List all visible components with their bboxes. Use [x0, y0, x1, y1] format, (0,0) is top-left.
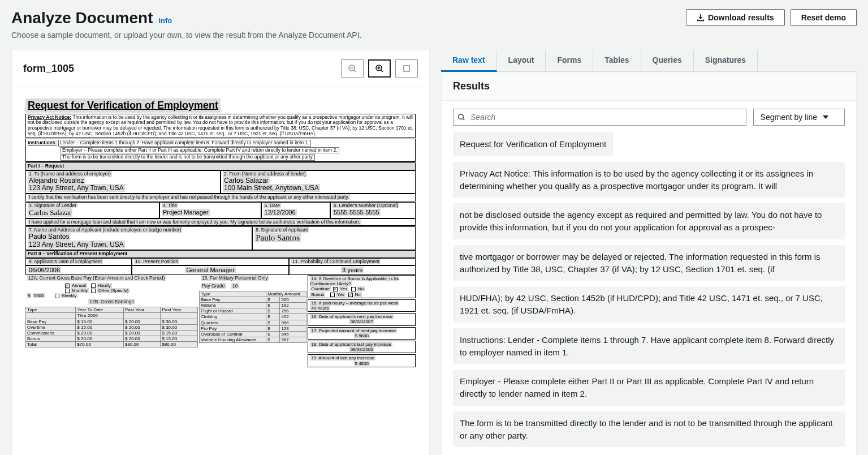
result-item[interactable]: tive mortgagor or borrower may be delaye… — [453, 245, 845, 281]
result-item[interactable]: The form is to be transmitted directly t… — [453, 411, 845, 448]
result-item[interactable]: not be disclosed outside the agency exce… — [453, 203, 845, 239]
tab-layout[interactable]: Layout — [497, 50, 546, 71]
zoom-in-button[interactable] — [368, 59, 391, 78]
document-viewer[interactable]: Request for Verification of Employment P… — [12, 87, 429, 449]
segment-label: Segment by line — [761, 113, 817, 122]
instructions: Instructions: Lender – Complete items 1 … — [25, 139, 416, 162]
search-input[interactable] — [453, 109, 746, 126]
reset-demo-button[interactable]: Reset demo — [791, 9, 857, 26]
page-title: Analyze Document — [11, 9, 153, 27]
result-item[interactable]: HUD/FHA); by 42 USC, Section 1452b (if H… — [453, 286, 845, 323]
fit-page-button[interactable] — [395, 59, 418, 78]
result-item[interactable]: Privacy Act Notice: This information is … — [453, 162, 845, 198]
info-link[interactable]: Info — [158, 16, 172, 25]
result-item[interactable]: Employer - Please complete either Part I… — [453, 370, 845, 406]
doc-title: Request for Verification of Employment — [25, 98, 221, 113]
part1-label: Part I – Request — [25, 162, 416, 170]
segment-select[interactable]: Segment by line — [753, 109, 845, 126]
chevron-down-icon — [823, 114, 828, 120]
privacy-notice: Privacy Act Notice: This information is … — [25, 114, 416, 138]
tab-forms[interactable]: Forms — [546, 50, 593, 71]
download-label: Download results — [708, 13, 774, 22]
download-icon — [697, 14, 705, 22]
svg-point-3 — [459, 114, 464, 119]
tab-queries[interactable]: Queries — [641, 50, 694, 71]
results-pane: Raw text Layout Forms Tables Queries Sig… — [441, 50, 857, 455]
reset-label: Reset demo — [801, 13, 846, 22]
tabs: Raw text Layout Forms Tables Queries Sig… — [441, 50, 857, 72]
result-item[interactable]: Instructions: Lender - Complete items 1 … — [453, 328, 845, 364]
tab-tables[interactable]: Tables — [593, 50, 641, 71]
download-results-button[interactable]: Download results — [686, 9, 785, 26]
document-pane: form_1005 Request for Verification of Em… — [11, 50, 430, 455]
part2-label: Part II – Verification of Present Employ… — [25, 250, 416, 258]
page-subtitle: Choose a sample document, or upload your… — [11, 31, 361, 40]
document-name: form_1005 — [23, 63, 74, 75]
results-header: Results — [442, 72, 856, 101]
tab-raw-text[interactable]: Raw text — [441, 50, 497, 72]
result-item[interactable]: Request for Verification of Employment — [453, 132, 613, 156]
results-list[interactable]: Request for Verification of Employment P… — [442, 129, 856, 455]
zoom-out-button[interactable] — [341, 59, 364, 78]
svg-rect-2 — [404, 66, 409, 71]
tab-signatures[interactable]: Signatures — [694, 50, 758, 71]
search-icon — [457, 113, 465, 121]
document-page: Request for Verification of Employment P… — [25, 93, 416, 368]
